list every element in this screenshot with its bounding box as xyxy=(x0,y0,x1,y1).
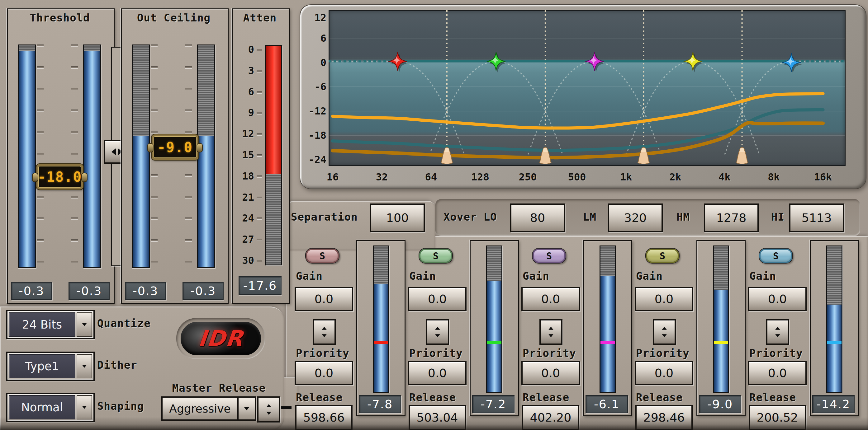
band-release-value[interactable]: 298.46 xyxy=(636,405,693,430)
band-priority-stepper[interactable] xyxy=(426,319,449,345)
band-meter-blue-fill xyxy=(374,284,388,392)
tick-mark xyxy=(257,218,262,219)
band-priority-stepper[interactable] xyxy=(539,319,562,345)
band-meter-blue-fill xyxy=(827,305,841,392)
quantize-dropdown[interactable]: 24 Bits xyxy=(6,310,95,339)
atten-title: Atten xyxy=(232,12,288,24)
xover-value[interactable]: 1278 xyxy=(704,203,759,232)
band-priority-stepper[interactable] xyxy=(313,319,336,345)
band-release-value[interactable]: 200.52 xyxy=(749,405,806,430)
band-solo-button[interactable]: S xyxy=(418,248,453,264)
out-ceiling-fader-left[interactable] xyxy=(132,44,150,268)
band-release-value[interactable]: 402.20 xyxy=(522,405,579,430)
band-priority-value[interactable]: 0.0 xyxy=(635,361,693,385)
graph-x-tick: 2k xyxy=(657,171,694,183)
band-solo-button[interactable]: S xyxy=(305,248,339,264)
band-solo-label: S xyxy=(433,251,438,261)
band-solo-button[interactable]: S xyxy=(759,248,793,264)
graph-x-tick: 64 xyxy=(412,171,450,183)
tick-mark xyxy=(185,261,192,263)
band-meter-readout: -6.1 xyxy=(586,395,628,413)
band-release-label: Release xyxy=(409,391,456,403)
tick-mark xyxy=(151,109,158,111)
band-meter xyxy=(599,245,616,393)
tick-mark xyxy=(37,88,43,90)
graph-plot[interactable] xyxy=(329,10,844,164)
tick-mark xyxy=(257,239,262,240)
graph-y-tick: 12 xyxy=(300,12,328,24)
band-gain-value[interactable]: 0.0 xyxy=(408,287,467,311)
band-strip: S Gain 0.0 Priority 0.0 Release 200.52 -… xyxy=(748,240,857,430)
band-priority-value[interactable]: 0.0 xyxy=(521,361,580,385)
band-gain-value[interactable]: 0.0 xyxy=(294,287,353,311)
master-release-arrow-button[interactable] xyxy=(237,398,255,420)
tick-mark xyxy=(37,44,43,46)
xover-value[interactable]: 320 xyxy=(608,203,663,232)
band-release-value[interactable]: 503.04 xyxy=(409,405,466,430)
threshold-peak-left[interactable]: -0.3 xyxy=(11,282,52,300)
out-ceiling-value-badge[interactable]: -9.0 xyxy=(152,134,198,160)
band-priority-stepper[interactable] xyxy=(766,319,789,345)
band-gain-value[interactable]: 0.0 xyxy=(635,287,693,311)
band-gain-label: Gain xyxy=(409,270,436,282)
crossover-handle[interactable] xyxy=(736,147,748,164)
tick-mark xyxy=(151,196,158,198)
master-release-dropdown[interactable]: Aggressive xyxy=(161,396,256,421)
xover-value[interactable]: 5113 xyxy=(789,203,844,232)
atten-scale-number: 12 xyxy=(234,128,254,140)
quantize-arrow-button[interactable] xyxy=(76,312,92,337)
band-marker[interactable] xyxy=(782,53,802,74)
threshold-peak-right[interactable]: -0.3 xyxy=(68,282,110,300)
out-ceiling-peak-right[interactable]: -0.3 xyxy=(183,282,224,300)
graph-x-tick: 8k xyxy=(755,171,793,183)
crossover-handle[interactable] xyxy=(441,147,453,164)
shaping-dropdown[interactable]: Normal xyxy=(6,393,95,422)
out-ceiling-peak-left[interactable]: -0.3 xyxy=(125,282,166,300)
atten-scale-number: 27 xyxy=(234,233,254,245)
tick-mark xyxy=(37,218,43,219)
band-solo-label: S xyxy=(546,251,552,261)
band-release-value[interactable]: 598.66 xyxy=(295,405,352,430)
band-priority-value[interactable]: 0.0 xyxy=(294,361,353,385)
atten-scale-number: 30 xyxy=(234,255,254,266)
separation-value[interactable]: 100 xyxy=(370,203,425,232)
tick-mark xyxy=(71,239,78,241)
tick-mark xyxy=(37,261,43,263)
tick-mark xyxy=(185,218,192,219)
band-priority-value[interactable]: 0.0 xyxy=(408,361,467,385)
band-gain-value[interactable]: 0.0 xyxy=(748,287,807,311)
tick-mark xyxy=(257,197,262,199)
stepper-up-icon xyxy=(662,327,667,330)
atten-meter-gray-fill xyxy=(266,174,281,264)
chevron-down-icon xyxy=(82,365,87,368)
band-meter xyxy=(826,245,842,393)
band-gain-value[interactable]: 0.0 xyxy=(521,287,580,311)
master-release-stepper[interactable] xyxy=(257,396,280,423)
tick-mark xyxy=(257,133,262,135)
plugin-window: Threshold -18.0 -0.3 -0.3 Out Ceiling -9… xyxy=(0,0,868,430)
band-meter-frame: -6.1 xyxy=(583,240,632,416)
out-ceiling-fader-right[interactable] xyxy=(197,44,215,268)
band-solo-button[interactable]: S xyxy=(645,248,680,264)
band-release-label: Release xyxy=(523,391,569,403)
band-priority-stepper[interactable] xyxy=(653,319,676,345)
fader-level-bar xyxy=(19,51,35,267)
atten-scale-number: 24 xyxy=(234,212,254,224)
band-priority-value[interactable]: 0.0 xyxy=(748,361,807,385)
master-release-link-dash xyxy=(281,406,291,409)
stepper-up-icon xyxy=(775,327,780,330)
threshold-fader-left[interactable] xyxy=(18,44,36,268)
crossover-handle[interactable] xyxy=(638,147,650,164)
threshold-value-badge[interactable]: -18.0 xyxy=(36,164,83,190)
xover-value[interactable]: 80 xyxy=(510,203,565,232)
graph-y-tick: 0 xyxy=(300,57,328,68)
shaping-arrow-button[interactable] xyxy=(76,395,92,420)
dither-arrow-button[interactable] xyxy=(76,354,92,378)
dither-value: Type1 xyxy=(9,354,75,378)
stepper-up-icon xyxy=(549,327,553,330)
band-priority-tick xyxy=(374,341,388,344)
band-solo-button[interactable]: S xyxy=(532,248,566,264)
band-meter-readout: -7.8 xyxy=(359,395,401,413)
dither-dropdown[interactable]: Type1 xyxy=(6,352,95,381)
threshold-fader-right[interactable] xyxy=(83,44,101,268)
